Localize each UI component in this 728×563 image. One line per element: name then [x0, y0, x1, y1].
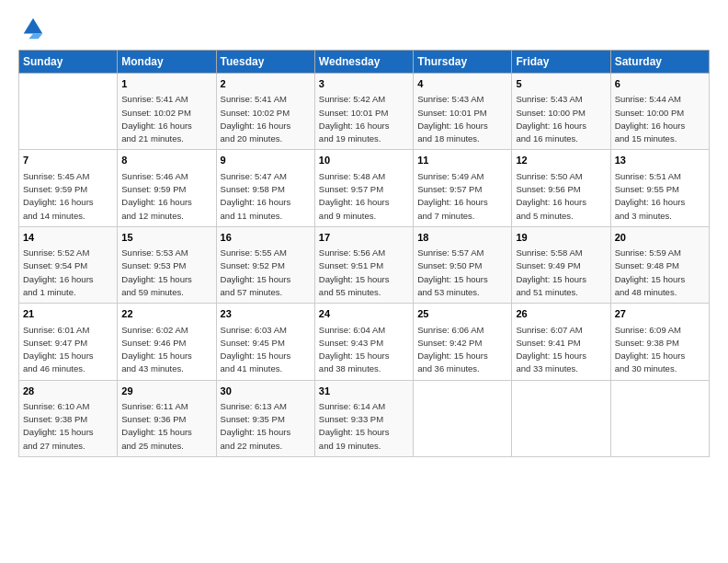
calendar-cell: 11Sunrise: 5:49 AM Sunset: 9:57 PM Dayli…	[414, 150, 512, 226]
day-info: Sunrise: 6:09 AM Sunset: 9:38 PM Dayligh…	[615, 324, 705, 376]
day-info: Sunrise: 5:51 AM Sunset: 9:55 PM Dayligh…	[615, 170, 705, 223]
day-info: Sunrise: 5:50 AM Sunset: 9:56 PM Dayligh…	[516, 170, 606, 223]
day-number: 29	[121, 385, 211, 398]
day-info: Sunrise: 6:02 AM Sunset: 9:46 PM Dayligh…	[121, 324, 211, 376]
day-number: 15	[121, 231, 211, 245]
day-number: 24	[319, 307, 409, 321]
day-number: 27	[615, 307, 705, 321]
logo-icon	[20, 15, 46, 40]
day-number: 10	[319, 154, 409, 167]
calendar-cell	[414, 380, 512, 456]
calendar-cell: 6Sunrise: 5:44 AM Sunset: 10:00 PM Dayli…	[610, 74, 709, 150]
column-header-sunday: Sunday	[19, 51, 118, 74]
calendar-cell: 10Sunrise: 5:48 AM Sunset: 9:57 PM Dayli…	[314, 150, 413, 226]
calendar-cell	[610, 380, 709, 456]
day-info: Sunrise: 6:06 AM Sunset: 9:42 PM Dayligh…	[417, 324, 507, 376]
day-info: Sunrise: 5:56 AM Sunset: 9:51 PM Dayligh…	[319, 247, 409, 299]
calendar-cell: 15Sunrise: 5:53 AM Sunset: 9:53 PM Dayli…	[118, 226, 216, 303]
calendar-cell: 24Sunrise: 6:04 AM Sunset: 9:43 PM Dayli…	[314, 304, 413, 380]
day-info: Sunrise: 5:53 AM Sunset: 9:53 PM Dayligh…	[121, 247, 211, 299]
day-info: Sunrise: 5:43 AM Sunset: 10:01 PM Daylig…	[417, 93, 507, 145]
svg-marker-1	[28, 34, 42, 40]
day-number: 21	[23, 307, 113, 321]
day-info: Sunrise: 5:58 AM Sunset: 9:49 PM Dayligh…	[516, 247, 606, 299]
calendar-cell: 28Sunrise: 6:10 AM Sunset: 9:38 PM Dayli…	[19, 380, 118, 456]
day-number: 2	[221, 77, 311, 91]
day-number: 23	[221, 307, 311, 321]
day-info: Sunrise: 6:13 AM Sunset: 9:35 PM Dayligh…	[221, 400, 311, 453]
calendar-cell: 3Sunrise: 5:42 AM Sunset: 10:01 PM Dayli…	[314, 74, 413, 150]
day-number: 7	[23, 154, 113, 167]
calendar-cell: 18Sunrise: 5:57 AM Sunset: 9:50 PM Dayli…	[414, 226, 512, 303]
calendar-cell: 5Sunrise: 5:43 AM Sunset: 10:00 PM Dayli…	[512, 74, 610, 150]
calendar-cell: 4Sunrise: 5:43 AM Sunset: 10:01 PM Dayli…	[414, 74, 512, 150]
svg-marker-0	[24, 18, 43, 34]
day-info: Sunrise: 6:04 AM Sunset: 9:43 PM Dayligh…	[319, 324, 409, 376]
calendar-cell: 16Sunrise: 5:55 AM Sunset: 9:52 PM Dayli…	[216, 226, 314, 303]
day-number: 5	[516, 77, 606, 91]
column-header-friday: Friday	[512, 51, 610, 74]
day-info: Sunrise: 5:42 AM Sunset: 10:01 PM Daylig…	[319, 93, 409, 145]
day-number: 8	[121, 154, 211, 167]
calendar-cell: 9Sunrise: 5:47 AM Sunset: 9:58 PM Daylig…	[216, 150, 314, 226]
day-number: 30	[221, 385, 311, 398]
calendar-cell: 20Sunrise: 5:59 AM Sunset: 9:48 PM Dayli…	[610, 226, 709, 303]
day-number: 22	[121, 307, 211, 321]
calendar-cell: 30Sunrise: 6:13 AM Sunset: 9:35 PM Dayli…	[216, 380, 314, 456]
calendar-cell: 1Sunrise: 5:41 AM Sunset: 10:02 PM Dayli…	[118, 74, 216, 150]
day-info: Sunrise: 5:41 AM Sunset: 10:02 PM Daylig…	[221, 93, 311, 145]
day-number: 14	[23, 231, 113, 245]
day-info: Sunrise: 5:49 AM Sunset: 9:57 PM Dayligh…	[417, 170, 507, 223]
day-info: Sunrise: 6:07 AM Sunset: 9:41 PM Dayligh…	[516, 324, 606, 376]
day-number: 9	[221, 154, 311, 167]
day-info: Sunrise: 5:59 AM Sunset: 9:48 PM Dayligh…	[615, 247, 705, 299]
day-number: 26	[516, 307, 606, 321]
day-number: 3	[319, 77, 409, 91]
calendar-table: SundayMondayTuesdayWednesdayThursdayFrid…	[18, 50, 710, 457]
calendar-cell: 23Sunrise: 6:03 AM Sunset: 9:45 PM Dayli…	[216, 304, 314, 380]
day-info: Sunrise: 5:44 AM Sunset: 10:00 PM Daylig…	[615, 93, 705, 145]
day-number: 1	[121, 77, 211, 91]
calendar-cell	[512, 380, 610, 456]
day-number: 6	[615, 77, 705, 91]
day-info: Sunrise: 5:45 AM Sunset: 9:59 PM Dayligh…	[23, 170, 113, 223]
day-number: 13	[615, 154, 705, 167]
day-number: 28	[23, 385, 113, 398]
day-info: Sunrise: 6:11 AM Sunset: 9:36 PM Dayligh…	[121, 400, 211, 453]
day-number: 19	[516, 231, 606, 245]
calendar-cell	[19, 74, 118, 150]
day-info: Sunrise: 6:01 AM Sunset: 9:47 PM Dayligh…	[23, 324, 113, 376]
day-info: Sunrise: 5:43 AM Sunset: 10:00 PM Daylig…	[516, 93, 606, 145]
day-number: 17	[319, 231, 409, 245]
day-number: 11	[417, 154, 507, 167]
day-number: 20	[615, 231, 705, 245]
day-number: 4	[417, 77, 507, 91]
calendar-cell: 21Sunrise: 6:01 AM Sunset: 9:47 PM Dayli…	[19, 304, 118, 380]
calendar-cell: 25Sunrise: 6:06 AM Sunset: 9:42 PM Dayli…	[414, 304, 512, 380]
day-info: Sunrise: 6:14 AM Sunset: 9:33 PM Dayligh…	[319, 400, 409, 453]
calendar-cell: 19Sunrise: 5:58 AM Sunset: 9:49 PM Dayli…	[512, 226, 610, 303]
day-number: 31	[319, 385, 409, 398]
column-header-saturday: Saturday	[610, 51, 709, 74]
calendar-cell: 14Sunrise: 5:52 AM Sunset: 9:54 PM Dayli…	[19, 226, 118, 303]
calendar-cell: 26Sunrise: 6:07 AM Sunset: 9:41 PM Dayli…	[512, 304, 610, 380]
calendar-cell: 17Sunrise: 5:56 AM Sunset: 9:51 PM Dayli…	[314, 226, 413, 303]
day-info: Sunrise: 5:55 AM Sunset: 9:52 PM Dayligh…	[221, 247, 311, 299]
calendar-cell: 22Sunrise: 6:02 AM Sunset: 9:46 PM Dayli…	[118, 304, 216, 380]
day-info: Sunrise: 5:48 AM Sunset: 9:57 PM Dayligh…	[319, 170, 409, 223]
calendar-cell: 27Sunrise: 6:09 AM Sunset: 9:38 PM Dayli…	[610, 304, 709, 380]
calendar-cell: 8Sunrise: 5:46 AM Sunset: 9:59 PM Daylig…	[118, 150, 216, 226]
day-info: Sunrise: 6:10 AM Sunset: 9:38 PM Dayligh…	[23, 400, 113, 453]
logo	[18, 15, 46, 40]
column-header-monday: Monday	[118, 51, 216, 74]
column-header-thursday: Thursday	[414, 51, 512, 74]
day-number: 18	[417, 231, 507, 245]
day-info: Sunrise: 5:52 AM Sunset: 9:54 PM Dayligh…	[23, 247, 113, 299]
calendar-cell: 13Sunrise: 5:51 AM Sunset: 9:55 PM Dayli…	[610, 150, 709, 226]
calendar-cell: 31Sunrise: 6:14 AM Sunset: 9:33 PM Dayli…	[314, 380, 413, 456]
day-info: Sunrise: 5:41 AM Sunset: 10:02 PM Daylig…	[121, 93, 211, 145]
day-info: Sunrise: 5:47 AM Sunset: 9:58 PM Dayligh…	[221, 170, 311, 223]
calendar-cell: 7Sunrise: 5:45 AM Sunset: 9:59 PM Daylig…	[19, 150, 118, 226]
column-header-wednesday: Wednesday	[314, 51, 413, 74]
day-info: Sunrise: 5:57 AM Sunset: 9:50 PM Dayligh…	[417, 247, 507, 299]
